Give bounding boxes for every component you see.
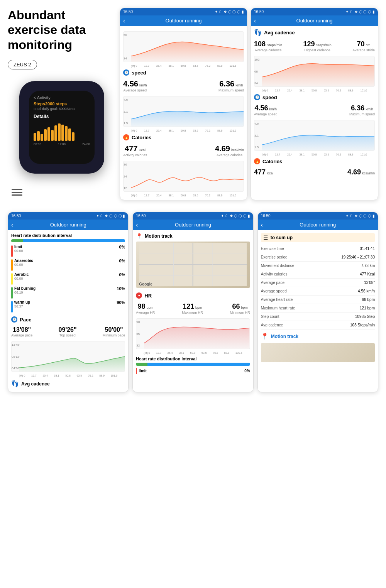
speed-metrics-2: 4.56 km/h Average speed 6.36 km/h Maximu… xyxy=(254,103,375,118)
watch-bar-8 xyxy=(58,123,61,141)
zone-bar-green-b2 xyxy=(136,363,147,366)
speed-metrics-1: 4.56 km/h Average speed 6.36 km/h Maximu… xyxy=(123,78,244,94)
watch-bar-1 xyxy=(34,133,36,141)
hr-chart-b2: 98 65 32 xyxy=(136,318,250,349)
limit-zone-bottom: limit 0% xyxy=(136,368,250,374)
phone-content-1: 68 34 (M) 012.725.438.150.863.576.288.91… xyxy=(120,26,247,200)
min-pace-metric: 50'00" Minimum pace xyxy=(103,326,125,337)
summary-row-2: Movement distance 7.73 km xyxy=(261,262,375,270)
cal-chart-1: 36 24 12 xyxy=(123,161,244,192)
back-arrow-b1[interactable]: ‹ xyxy=(11,221,13,228)
pace-clock-icon: 🕐 xyxy=(11,316,17,323)
speed-x-labels-1: (M) 012.725.438.150.863.576.288.9101.6 xyxy=(123,129,244,132)
hr-dist-bar-bottom xyxy=(136,363,250,366)
top-phone-2: 16:50 ✦ ☾ ❖ ⬡ ⬡ ⬡ ▮ ‹ Outdoor running 👣 … xyxy=(251,8,378,200)
pace-x-labels: (M) 012.725.438.150.863.576.288.9101.6 xyxy=(11,374,125,377)
walk-icon: 👣 xyxy=(254,29,262,36)
cadence-chart-2: 102 68 34 xyxy=(254,56,375,87)
phone-header-1: ‹ Outdoor running xyxy=(120,15,247,26)
zone-color-fat xyxy=(11,287,13,299)
location-icon-b3: 📍 xyxy=(261,333,269,340)
pace-metrics: 13'08" Average pace 09'26" Top speed 50'… xyxy=(11,325,125,339)
zone-anaerobic: Anaerobic 00:00 0% xyxy=(11,259,125,271)
menu-line-3 xyxy=(12,194,22,196)
phone-content-b3: ☰ to sum up Exercise time 01:41:41 Exerc… xyxy=(258,230,378,365)
back-arrow-b3[interactable]: ‹ xyxy=(261,221,263,228)
zone-warm-up: warm up 56:37 90% xyxy=(11,300,125,313)
bottom-phone-2: 16:50 ✦ ☾ ❖ ⬡ ⬡ ⬡ ▮ ‹ Outdoor running 📍 … xyxy=(132,212,253,392)
status-time-2: 16:50 xyxy=(254,10,264,14)
avg-speed-2: 4.56 km/h Average speed xyxy=(254,104,277,116)
speed-chart-2: 4.6 3.1 1.5 xyxy=(254,120,375,151)
watch-bar-10 xyxy=(65,126,68,141)
zone-fat-burning: Fat burning 06:19 10% xyxy=(11,286,125,299)
bottom-phone-1: 16:50 ✦ ☾ ❖ ⬡ ⬡ ⬡ ▮ ‹ Outdoor running He… xyxy=(8,212,129,392)
summary-row-6: Average heart rate 98 bpm xyxy=(261,296,375,304)
pace-chart-y: 13'48" 09'12" 04'36" xyxy=(12,341,19,372)
activity-cal-2: 477 Kcal xyxy=(254,168,274,176)
status-bar-b1: 16:50 ✦ ☾ ❖ ⬡ ⬡ ⬡ ▮ xyxy=(8,212,128,220)
distance-chart-1: 68 34 xyxy=(123,31,244,62)
max-speed-2: 6.36 km/h Maximum speed xyxy=(349,104,375,116)
cadence-metrics: 108 Steps/min Average cadence 129 Steps/… xyxy=(254,39,375,54)
summary-row-4: Average pace 13'08" xyxy=(261,279,375,287)
clock-icon-2: 🕐 xyxy=(254,94,260,100)
calories-section-1: 🔥 Calories xyxy=(123,132,244,143)
speed-chart-y-1: 4.6 3.1 1.5 xyxy=(124,96,131,127)
status-time-1: 16:50 xyxy=(123,10,133,14)
map-svg xyxy=(139,243,247,286)
back-arrow-2[interactable]: ‹ xyxy=(254,17,256,24)
watch-bar-6 xyxy=(51,130,54,141)
summary-row-5: Average speed 4.56 km/h xyxy=(261,287,375,296)
phone-header-b1: ‹ Outdoor running xyxy=(8,220,128,230)
avg-cadence-header: 👣 Avg cadence xyxy=(254,29,375,36)
speed-svg-1 xyxy=(131,96,244,127)
hr-dist-title: Heart rate distribution interval xyxy=(11,233,125,238)
avg-speed-1: 4.56 km/h Average speed xyxy=(123,79,147,92)
menu-line-1 xyxy=(12,189,22,190)
brand-badge: ZEUS 2 xyxy=(8,60,37,69)
chart-x-labels-1: (M) 012.725.438.150.863.576.288.9101.6 xyxy=(123,64,244,67)
back-arrow-1[interactable]: ‹ xyxy=(123,17,125,24)
zone-bar-blue xyxy=(23,239,125,242)
activity-cal-1: 477 Kcal Activity calories xyxy=(123,144,147,157)
watch-bar-11 xyxy=(68,128,71,141)
zone-color-limit xyxy=(11,245,13,257)
top-phone-1: 16:50 ✦ ☾ ❖ ⬡ ⬡ ⬡ ▮ ‹ Outdoor running 68… xyxy=(120,8,247,200)
watch-bar-4 xyxy=(44,129,47,141)
watch-steps: Steps2000 steps xyxy=(34,101,90,106)
summary-row-1: Exercise period 19:25:46 - 21:07:30 xyxy=(261,253,375,262)
location-icon-b2: 📍 xyxy=(136,233,142,239)
phone-header-b3: ‹ Outdoor running xyxy=(258,220,378,230)
hr-dist-bottom: Heart rate distribution interval limit 0… xyxy=(136,357,250,374)
pace-svg xyxy=(19,341,125,372)
map-area: Google xyxy=(136,242,250,288)
phone-content-2: 👣 Avg cadence 108 Steps/min Average cade… xyxy=(251,26,378,181)
avg-speed-value-1: 4.56 km/h xyxy=(123,79,147,88)
speed-chart-y-2: 4.6 3.1 1.5 xyxy=(254,120,262,150)
zone-color-aerobic xyxy=(11,273,13,285)
sum-up-header: ☰ to sum up xyxy=(261,233,375,242)
motion-track-bottom: 📍 Motion track xyxy=(261,329,375,343)
cal-svg-1 xyxy=(131,161,244,191)
hr-chart-y: 98 65 32 xyxy=(136,319,144,349)
status-bar-1: 16:50 ✦ ☾ ❖ ⬡ ⬡ ⬡ ▮ xyxy=(120,8,247,15)
back-arrow-b2[interactable]: ‹ xyxy=(136,221,138,228)
menu-icon[interactable] xyxy=(12,189,116,196)
summary-row-7: Maximum heart rate 121 bpm xyxy=(261,304,375,313)
flame-icon-2: 🔥 xyxy=(254,158,260,164)
avg-cadence-bottom: 👣 Avg cadence xyxy=(11,377,125,389)
avg-cal-2: 4.69 kcal/min xyxy=(347,168,375,176)
zone-limit: limit 00:00 0% xyxy=(11,245,125,257)
speed-svg-2 xyxy=(262,120,374,150)
cadence-x-labels: (M) 012.725.438.150.863.576.288.9101.6 xyxy=(254,89,375,92)
hr-svg xyxy=(144,319,249,349)
phone-header-2: ‹ Outdoor running xyxy=(251,15,378,26)
cadence-svg xyxy=(262,56,374,86)
avg-cal-value-1: 4.69 kcal/min xyxy=(215,144,244,153)
max-speed-1: 6.36 km/h Maximum speed xyxy=(218,79,244,92)
summary-row-8: Step count 10985 Step xyxy=(261,313,375,321)
avg-cal-1: 4.69 kcal/min Average calories xyxy=(215,144,244,157)
phone-content-b2: 📍 Motion track Google xyxy=(133,230,253,377)
speed-section-1: 🕐 speed xyxy=(123,67,244,78)
